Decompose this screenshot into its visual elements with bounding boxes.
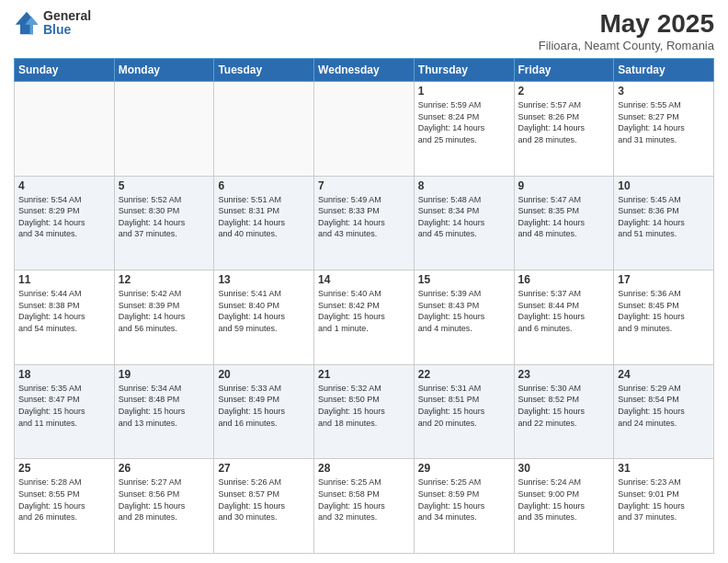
day-info: Sunrise: 5:30 AM Sunset: 8:52 PM Dayligh…: [518, 383, 610, 429]
day-cell: 26Sunrise: 5:27 AM Sunset: 8:56 PM Dayli…: [114, 459, 214, 554]
col-header-tuesday: Tuesday: [214, 59, 314, 82]
col-header-thursday: Thursday: [414, 59, 514, 82]
col-header-monday: Monday: [114, 59, 214, 82]
day-info: Sunrise: 5:29 AM Sunset: 8:54 PM Dayligh…: [618, 383, 710, 429]
page: General Blue May 2025 Filioara, Neamt Co…: [0, 0, 728, 563]
day-cell: 27Sunrise: 5:26 AM Sunset: 8:57 PM Dayli…: [214, 459, 314, 554]
day-cell: 13Sunrise: 5:41 AM Sunset: 8:40 PM Dayli…: [214, 270, 314, 365]
day-cell: 22Sunrise: 5:31 AM Sunset: 8:51 PM Dayli…: [414, 364, 514, 459]
day-cell: [15, 82, 115, 177]
day-cell: 25Sunrise: 5:28 AM Sunset: 8:55 PM Dayli…: [15, 459, 115, 554]
day-cell: 5Sunrise: 5:52 AM Sunset: 8:30 PM Daylig…: [114, 176, 214, 270]
header: General Blue May 2025 Filioara, Neamt Co…: [14, 9, 714, 52]
day-info: Sunrise: 5:36 AM Sunset: 8:45 PM Dayligh…: [618, 288, 710, 334]
col-header-friday: Friday: [514, 59, 614, 82]
day-number: 9: [518, 179, 610, 192]
day-number: 30: [518, 462, 610, 475]
day-number: 15: [418, 273, 510, 286]
day-number: 19: [119, 368, 210, 381]
day-number: 7: [318, 179, 410, 192]
col-header-sunday: Sunday: [15, 59, 115, 82]
col-header-wednesday: Wednesday: [314, 59, 415, 82]
day-cell: 3Sunrise: 5:55 AM Sunset: 8:27 PM Daylig…: [614, 82, 714, 177]
logo-general-text: General: [43, 9, 91, 23]
day-cell: 15Sunrise: 5:39 AM Sunset: 8:43 PM Dayli…: [414, 270, 514, 365]
day-number: 8: [418, 179, 510, 192]
day-number: 26: [119, 462, 210, 475]
day-cell: 12Sunrise: 5:42 AM Sunset: 8:39 PM Dayli…: [114, 270, 214, 365]
day-number: 4: [18, 179, 110, 192]
day-cell: 9Sunrise: 5:47 AM Sunset: 8:35 PM Daylig…: [514, 176, 614, 270]
day-cell: 30Sunrise: 5:24 AM Sunset: 9:00 PM Dayli…: [514, 459, 614, 554]
week-row-4: 18Sunrise: 5:35 AM Sunset: 8:47 PM Dayli…: [15, 364, 714, 459]
day-number: 2: [518, 85, 610, 98]
day-cell: [214, 82, 314, 177]
day-cell: 29Sunrise: 5:25 AM Sunset: 8:59 PM Dayli…: [414, 459, 514, 554]
day-info: Sunrise: 5:47 AM Sunset: 8:35 PM Dayligh…: [518, 194, 610, 240]
day-info: Sunrise: 5:26 AM Sunset: 8:57 PM Dayligh…: [218, 477, 310, 523]
day-info: Sunrise: 5:52 AM Sunset: 8:30 PM Dayligh…: [119, 194, 210, 240]
day-cell: 23Sunrise: 5:30 AM Sunset: 8:52 PM Dayli…: [514, 364, 614, 459]
day-info: Sunrise: 5:54 AM Sunset: 8:29 PM Dayligh…: [18, 194, 110, 240]
day-info: Sunrise: 5:51 AM Sunset: 8:31 PM Dayligh…: [218, 194, 310, 240]
day-number: 10: [618, 179, 710, 192]
day-info: Sunrise: 5:34 AM Sunset: 8:48 PM Dayligh…: [119, 383, 210, 429]
day-number: 6: [218, 179, 310, 192]
location-subtitle: Filioara, Neamt County, Romania: [539, 39, 714, 52]
day-info: Sunrise: 5:49 AM Sunset: 8:33 PM Dayligh…: [318, 194, 410, 240]
day-info: Sunrise: 5:40 AM Sunset: 8:42 PM Dayligh…: [318, 288, 410, 334]
logo: General Blue: [14, 9, 91, 38]
day-number: 14: [318, 273, 410, 286]
col-header-saturday: Saturday: [614, 59, 714, 82]
day-info: Sunrise: 5:37 AM Sunset: 8:44 PM Dayligh…: [518, 288, 610, 334]
day-info: Sunrise: 5:35 AM Sunset: 8:47 PM Dayligh…: [18, 383, 110, 429]
day-number: 21: [318, 368, 410, 381]
header-row: SundayMondayTuesdayWednesdayThursdayFrid…: [15, 59, 714, 82]
day-cell: [314, 82, 415, 177]
day-number: 17: [618, 273, 710, 286]
day-number: 25: [18, 462, 110, 475]
day-number: 20: [218, 368, 310, 381]
day-number: 16: [518, 273, 610, 286]
day-info: Sunrise: 5:55 AM Sunset: 8:27 PM Dayligh…: [618, 99, 710, 145]
title-section: May 2025 Filioara, Neamt County, Romania: [539, 9, 714, 52]
week-row-5: 25Sunrise: 5:28 AM Sunset: 8:55 PM Dayli…: [15, 459, 714, 554]
logo-text: General Blue: [43, 9, 91, 38]
day-cell: 14Sunrise: 5:40 AM Sunset: 8:42 PM Dayli…: [314, 270, 415, 365]
day-info: Sunrise: 5:42 AM Sunset: 8:39 PM Dayligh…: [119, 288, 210, 334]
day-info: Sunrise: 5:28 AM Sunset: 8:55 PM Dayligh…: [18, 477, 110, 523]
day-cell: 21Sunrise: 5:32 AM Sunset: 8:50 PM Dayli…: [314, 364, 415, 459]
day-info: Sunrise: 5:59 AM Sunset: 8:24 PM Dayligh…: [418, 99, 510, 145]
day-info: Sunrise: 5:44 AM Sunset: 8:38 PM Dayligh…: [18, 288, 110, 334]
logo-blue-text: Blue: [43, 23, 91, 37]
day-cell: 28Sunrise: 5:25 AM Sunset: 8:58 PM Dayli…: [314, 459, 415, 554]
day-info: Sunrise: 5:27 AM Sunset: 8:56 PM Dayligh…: [119, 477, 210, 523]
day-info: Sunrise: 5:39 AM Sunset: 8:43 PM Dayligh…: [418, 288, 510, 334]
month-year-title: May 2025: [539, 9, 714, 39]
calendar: SundayMondayTuesdayWednesdayThursdayFrid…: [14, 58, 714, 554]
day-cell: [114, 82, 214, 177]
day-number: 5: [119, 179, 210, 192]
day-info: Sunrise: 5:57 AM Sunset: 8:26 PM Dayligh…: [518, 99, 610, 145]
day-number: 12: [119, 273, 210, 286]
day-cell: 10Sunrise: 5:45 AM Sunset: 8:36 PM Dayli…: [614, 176, 714, 270]
day-info: Sunrise: 5:41 AM Sunset: 8:40 PM Dayligh…: [218, 288, 310, 334]
day-cell: 16Sunrise: 5:37 AM Sunset: 8:44 PM Dayli…: [514, 270, 614, 365]
logo-icon: [14, 10, 40, 36]
day-cell: 17Sunrise: 5:36 AM Sunset: 8:45 PM Dayli…: [614, 270, 714, 365]
day-info: Sunrise: 5:31 AM Sunset: 8:51 PM Dayligh…: [418, 383, 510, 429]
day-info: Sunrise: 5:25 AM Sunset: 8:58 PM Dayligh…: [318, 477, 410, 523]
day-info: Sunrise: 5:25 AM Sunset: 8:59 PM Dayligh…: [418, 477, 510, 523]
day-info: Sunrise: 5:23 AM Sunset: 9:01 PM Dayligh…: [618, 477, 710, 523]
day-cell: 8Sunrise: 5:48 AM Sunset: 8:34 PM Daylig…: [414, 176, 514, 270]
week-row-2: 4Sunrise: 5:54 AM Sunset: 8:29 PM Daylig…: [15, 176, 714, 270]
week-row-1: 1Sunrise: 5:59 AM Sunset: 8:24 PM Daylig…: [15, 82, 714, 177]
day-cell: 31Sunrise: 5:23 AM Sunset: 9:01 PM Dayli…: [614, 459, 714, 554]
day-number: 18: [18, 368, 110, 381]
day-number: 29: [418, 462, 510, 475]
day-number: 23: [518, 368, 610, 381]
day-cell: 2Sunrise: 5:57 AM Sunset: 8:26 PM Daylig…: [514, 82, 614, 177]
day-cell: 7Sunrise: 5:49 AM Sunset: 8:33 PM Daylig…: [314, 176, 415, 270]
day-number: 27: [218, 462, 310, 475]
week-row-3: 11Sunrise: 5:44 AM Sunset: 8:38 PM Dayli…: [15, 270, 714, 365]
